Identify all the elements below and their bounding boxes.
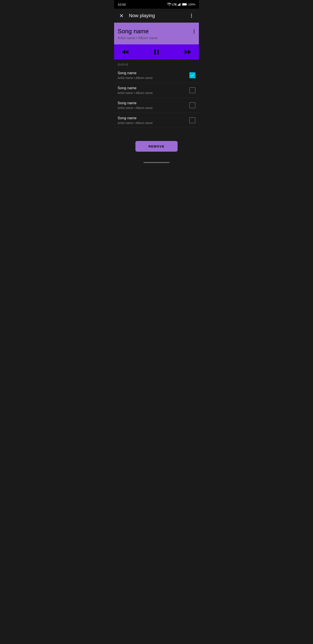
queue-item-info-1: Song name Artist name • Album name: [118, 71, 153, 80]
status-time: 10:00: [118, 2, 126, 6]
queue-item-subtitle-1: Artist name • Album name: [118, 76, 153, 80]
status-bar: 10:00 LTE 100%: [114, 0, 199, 9]
battery-percent: 100%: [188, 3, 195, 6]
home-indicator-bar: [143, 162, 170, 163]
svg-rect-1: [178, 5, 178, 6]
queue-item-title-4: Song name: [118, 116, 153, 120]
song-more-options-button[interactable]: [193, 29, 195, 34]
list-item[interactable]: Song name Artist name • Album name: [114, 113, 199, 128]
queue-item-checkbox-3[interactable]: [189, 102, 195, 108]
queue-item-title-2: Song name: [118, 86, 153, 90]
remove-button[interactable]: REMOVE: [135, 141, 178, 152]
lte-indicator: LTE: [172, 3, 177, 6]
queue-item-info-3: Song name Artist name • Album name: [118, 101, 153, 110]
battery-icon: [182, 3, 187, 6]
svg-rect-3: [180, 3, 180, 6]
svg-point-9: [191, 15, 192, 16]
queue-label: QUEUE: [114, 60, 199, 68]
remove-container: REMOVE: [114, 128, 199, 160]
header-left: Now playing: [118, 12, 155, 20]
rewind-button[interactable]: [121, 48, 130, 56]
pause-button[interactable]: [152, 48, 161, 56]
now-playing-banner: Song name Artist name • Album name: [114, 23, 199, 44]
signal-icon: [178, 3, 181, 6]
current-song-subtitle: Artist name • Album name: [118, 36, 158, 40]
page-title: Now playing: [129, 13, 155, 18]
home-indicator: [114, 160, 199, 166]
wifi-icon: [167, 3, 171, 6]
queue-item-subtitle-2: Artist name • Album name: [118, 91, 153, 95]
current-song-info: Song name Artist name • Album name: [118, 28, 158, 40]
queue-item-checkbox-1[interactable]: [189, 72, 195, 78]
svg-point-0: [169, 5, 170, 6]
current-song-title: Song name: [118, 28, 158, 35]
queue-item-info-2: Song name Artist name • Album name: [118, 86, 153, 95]
svg-point-10: [191, 17, 192, 18]
list-item[interactable]: Song name Artist name • Album name: [114, 98, 199, 113]
queue-item-subtitle-3: Artist name • Album name: [118, 106, 153, 110]
queue-item-title-1: Song name: [118, 71, 153, 75]
fast-forward-button[interactable]: [183, 48, 192, 56]
queue-item-subtitle-4: Artist name • Album name: [118, 121, 153, 125]
queue-item-title-3: Song name: [118, 101, 153, 105]
queue-item-checkbox-4[interactable]: [189, 117, 195, 123]
svg-rect-6: [182, 4, 186, 5]
svg-point-8: [191, 14, 192, 14]
svg-rect-4: [180, 3, 181, 6]
list-item[interactable]: Song name Artist name • Album name: [114, 83, 199, 98]
queue-section: QUEUE Song name Artist name • Album name…: [114, 60, 199, 128]
queue-item-checkbox-2[interactable]: [189, 87, 195, 93]
player-controls: [114, 44, 199, 60]
more-options-button[interactable]: [188, 12, 195, 20]
svg-rect-2: [179, 4, 179, 6]
app-header: Now playing: [114, 9, 199, 23]
queue-item-info-4: Song name Artist name • Album name: [118, 116, 153, 125]
list-item[interactable]: Song name Artist name • Album name: [114, 68, 199, 83]
svg-rect-7: [187, 4, 187, 5]
status-icons: LTE 100%: [167, 3, 195, 6]
close-button[interactable]: [118, 12, 125, 20]
